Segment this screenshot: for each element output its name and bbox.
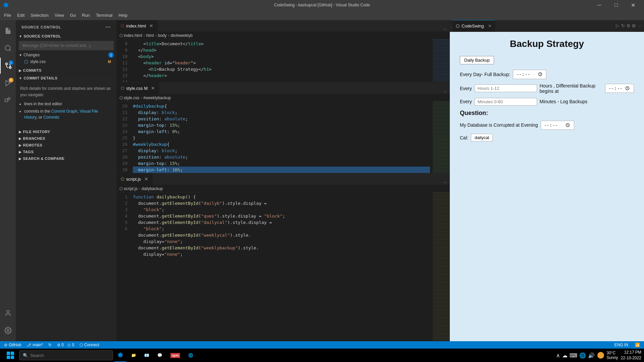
html-line-numbers: 891011121314: [117, 39, 130, 82]
svg-point-0: [5, 46, 10, 51]
taskbar-whatsapp-app[interactable]: 💬: [154, 349, 166, 362]
taskbar-search[interactable]: 🔍 Search: [19, 350, 113, 360]
activity-source-control[interactable]: 1: [0, 58, 16, 74]
preview-bookmark-button[interactable]: ⊞: [632, 23, 636, 28]
preview-tab-bar: ⬡ CodeSwing ✕ ▷ ↻ ⧉ ⊞ ···: [450, 20, 644, 32]
keyboard-icon[interactable]: ⌨: [570, 352, 577, 359]
every-day-time-input[interactable]: [513, 70, 546, 79]
tags-section[interactable]: ▶ TAGS: [16, 148, 116, 155]
css-code-content[interactable]: #dailybackup{ display: block; position: …: [130, 102, 433, 173]
taskbar-browser-app[interactable]: 🌐: [185, 349, 197, 362]
menu-edit[interactable]: Edit: [14, 11, 27, 19]
remotes-chevron-icon: ▶: [19, 143, 22, 147]
lang-status[interactable]: ENG IN: [613, 343, 630, 347]
changes-section-header[interactable]: ▼ Changes 1: [16, 52, 116, 58]
search-compare-section[interactable]: ▶ SEARCH & COMPARE: [16, 155, 116, 162]
cal-value-button[interactable]: dailycal: [471, 134, 493, 141]
tab-stylecss[interactable]: ⬡ style.css M ✕: [117, 82, 159, 94]
activity-account[interactable]: [0, 305, 16, 321]
css-tab-overflow[interactable]: ···: [440, 89, 449, 94]
css-editor-inner: 202122232425 262728293031 323334 #dailyb…: [117, 102, 449, 173]
menu-go[interactable]: Go: [67, 11, 78, 19]
corrupted-time-input[interactable]: [541, 121, 574, 130]
activity-extensions[interactable]: [0, 93, 16, 109]
sidebar-more-button[interactable]: ···: [106, 24, 111, 30]
chevron-up-icon[interactable]: ∧: [556, 352, 560, 359]
cloud-icon[interactable]: ☁: [562, 352, 568, 359]
close-preview-tab[interactable]: ✕: [488, 23, 492, 28]
branches-section[interactable]: ▶ BRANCHES: [16, 135, 116, 142]
branch-status[interactable]: ⎇ main*: [25, 343, 44, 347]
preview-controls: ▷ ↻ ⧉ ⊞ ···: [616, 23, 641, 28]
taskbar-npm-app[interactable]: npm: [167, 349, 183, 362]
breadcrumb-file: ⬡ index.html: [119, 33, 142, 38]
svg-point-3: [5, 63, 7, 65]
html-code-content[interactable]: <title>Document</title> </head> <body> <…: [130, 39, 433, 82]
clock[interactable]: 12:17 PM 22-10-2022: [621, 350, 641, 361]
menu-help[interactable]: Help: [116, 11, 130, 19]
js-minimap-canvas: [433, 192, 449, 341]
minutes-input[interactable]: [475, 98, 537, 106]
js-code-content[interactable]: function dailybackup() { document.getEle…: [130, 192, 433, 341]
commit-graph-link[interactable]: Commit Graph: [51, 109, 77, 114]
css-line-numbers: 202122232425 262728293031 323334: [117, 102, 130, 173]
minimize-button[interactable]: ─: [592, 0, 607, 10]
file-item-stylecss[interactable]: ⬡ style.css M: [16, 58, 116, 65]
remotes-section[interactable]: ▶ REMOTES: [16, 142, 116, 148]
hours-input[interactable]: [475, 84, 537, 92]
taskbar-mail-app[interactable]: 📧: [141, 349, 153, 362]
close-button[interactable]: ✕: [625, 0, 641, 10]
status-left: ⊘ GitHub ⎇ main* ↻ ⊘ 0 ⚠ 0 ⬡ Connect: [3, 343, 101, 347]
menu-terminal[interactable]: Terminal: [93, 11, 115, 19]
maximize-button[interactable]: □: [608, 0, 624, 10]
taskbar-files-app[interactable]: 📁: [128, 349, 140, 362]
sync-status[interactable]: ↻: [47, 343, 53, 347]
preview-play-button[interactable]: ▷: [616, 23, 619, 28]
js-tab-overflow[interactable]: ···: [440, 180, 449, 185]
activity-settings[interactable]: [0, 322, 16, 339]
close-tab-js[interactable]: ✕: [144, 176, 148, 182]
menu-run[interactable]: Run: [79, 11, 93, 19]
file-history-section[interactable]: ▶ FILE HISTORY: [16, 128, 116, 135]
minutes-suffix-label: Minutes - Log Backups: [540, 99, 587, 104]
commits-link[interactable]: Commits: [43, 115, 59, 120]
tab-overflow-button[interactable]: ···: [440, 26, 449, 32]
menu-selection[interactable]: Selection: [28, 11, 51, 19]
daily-backup-button[interactable]: Daily Backup: [460, 56, 494, 64]
activity-explorer[interactable]: [0, 23, 16, 39]
connect-icon: ⬡: [79, 343, 83, 347]
activity-debug[interactable]: 2: [0, 75, 16, 91]
differential-time-input[interactable]: [605, 84, 634, 93]
github-status[interactable]: ⊘ GitHub: [3, 343, 22, 347]
close-tab-css[interactable]: ✕: [151, 85, 155, 91]
svg-line-1: [9, 50, 11, 51]
source-control-header[interactable]: ▼ SOURCE CONTROL: [16, 33, 116, 40]
close-tab-html[interactable]: ✕: [149, 23, 153, 28]
wifi-icon: 📶: [635, 343, 640, 347]
connect-status[interactable]: ⬡ Connect: [78, 343, 101, 347]
activity-search[interactable]: [0, 40, 16, 56]
start-button[interactable]: [3, 349, 18, 362]
menu-file[interactable]: File: [1, 11, 14, 19]
network-icon[interactable]: 🌐: [579, 352, 586, 359]
main-container: 1 2 SOURCE CONTROL ··· ▼ SOURCE CONTROL: [0, 20, 644, 341]
html-minimap: [433, 39, 449, 82]
preview-split-button[interactable]: ⧉: [627, 23, 630, 28]
taskbar: 🔍 Search ⬟ 📁 📧 💬 npm 🌐 ∧ ☁ ⌨ 🌐 🔊 30°C Su…: [0, 349, 644, 362]
preview-refresh-button[interactable]: ↻: [621, 23, 625, 28]
commits-header[interactable]: ▶ COMMITS: [16, 68, 116, 73]
hours-row: Every Hours , Differential Backup begins…: [460, 83, 634, 94]
tab-scriptjs[interactable]: ⬡ script.js ✕: [117, 173, 153, 185]
preview-more-button[interactable]: ···: [638, 23, 641, 28]
errors-status[interactable]: ⊘ 0 ⚠ 0: [56, 343, 75, 347]
breadcrumb-js-file: ⬡ script.js: [119, 186, 138, 191]
volume-icon[interactable]: 🔊: [588, 352, 595, 359]
menu-view[interactable]: View: [52, 11, 67, 19]
preview-tab-codeswing[interactable]: ⬡ CodeSwing ✕: [452, 20, 495, 32]
wifi-status[interactable]: 📶: [634, 343, 641, 347]
tab-indexhtml[interactable]: ⬡ index.html ✕: [117, 20, 158, 32]
taskbar-weather: 30°C Sunny: [597, 351, 618, 360]
commit-message-input[interactable]: [19, 41, 114, 50]
taskbar-vscode-app[interactable]: ⬟: [114, 349, 126, 362]
sidebar: SOURCE CONTROL ··· ▼ SOURCE CONTROL ▼ Ch…: [16, 20, 117, 341]
